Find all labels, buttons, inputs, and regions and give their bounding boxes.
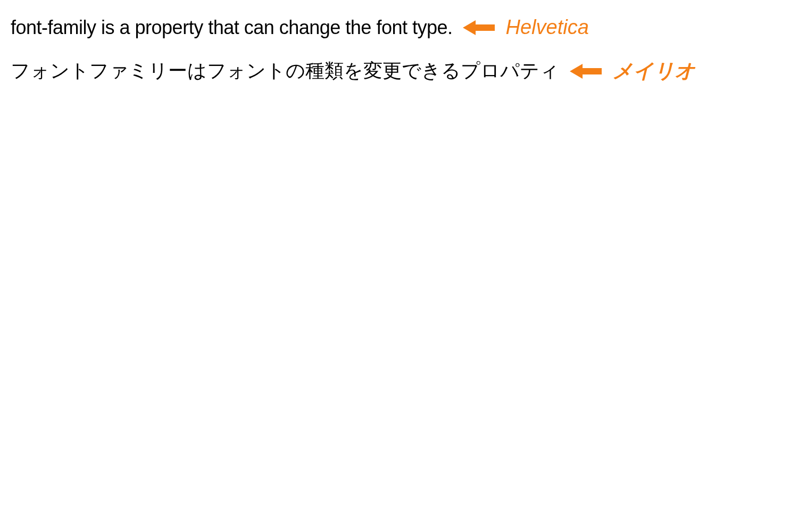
svg-marker-0 — [463, 20, 495, 35]
example-row-helvetica: font-family is a property that can chang… — [11, 16, 787, 39]
example-text-english: font-family is a property that can chang… — [11, 16, 452, 39]
font-label-meiryo: メイリオ — [612, 57, 695, 85]
left-arrow-icon — [463, 18, 495, 37]
example-text-japanese: フォントファミリーはフォントの種類を変更できるプロパティ — [11, 58, 559, 84]
svg-marker-1 — [570, 64, 602, 79]
left-arrow-icon — [570, 62, 602, 81]
font-label-helvetica: Helvetica — [505, 16, 588, 39]
example-row-meiryo: フォントファミリーはフォントの種類を変更できるプロパティ メイリオ — [11, 57, 787, 85]
